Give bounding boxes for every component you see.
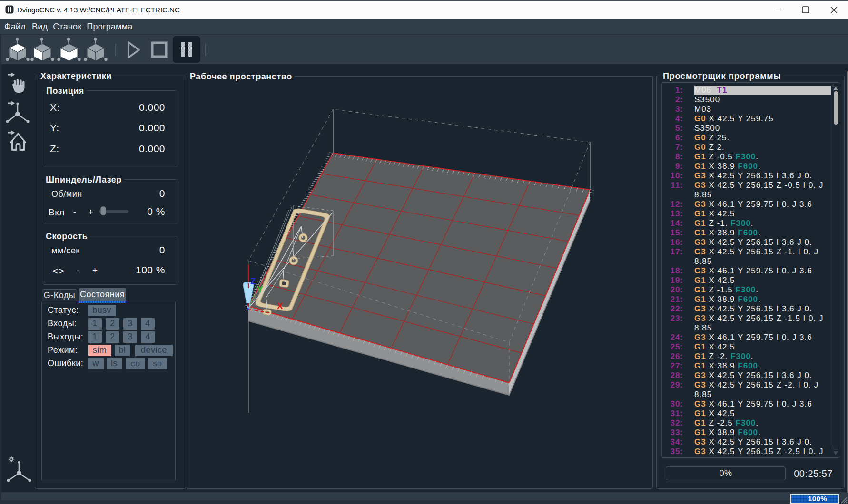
svg-text:X: X bbox=[277, 301, 283, 311]
svg-text:Y: Y bbox=[257, 284, 263, 294]
svg-text:Z: Z bbox=[250, 276, 256, 286]
